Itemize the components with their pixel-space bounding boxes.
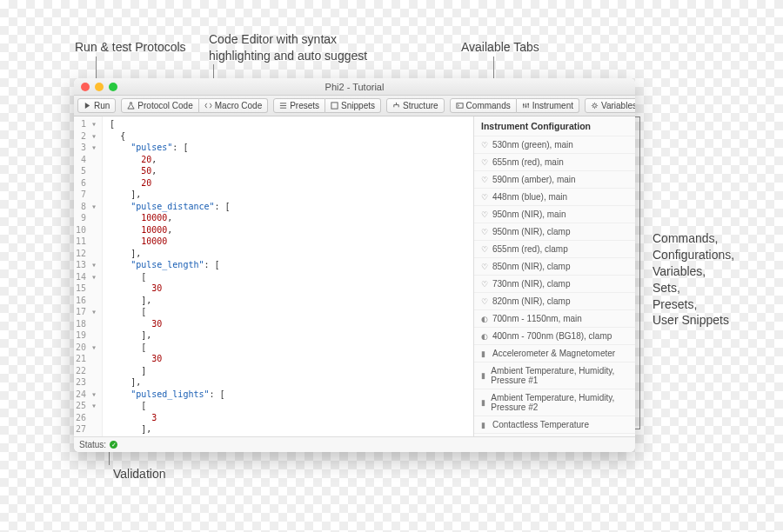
- aperture-icon: ◐: [481, 333, 488, 340]
- protocol-code-label: Protocol Code: [137, 101, 192, 110]
- annotation-run: Run & test Protocols: [75, 39, 186, 56]
- macro-code-label: Macro Code: [215, 101, 262, 110]
- instrument-item[interactable]: ♡730nm (NIR), clamp: [474, 275, 635, 292]
- status-bar: Status: ✓: [74, 436, 635, 452]
- bulb-icon: ♡: [481, 176, 488, 183]
- snippets-tab[interactable]: Snippets: [325, 98, 381, 113]
- instrument-item[interactable]: ♡820nm (NIR), clamp: [474, 292, 635, 309]
- instrument-item[interactable]: ◐700nm - 1150nm, main: [474, 309, 635, 327]
- instrument-item[interactable]: ♡950nm (NIR), clamp: [474, 223, 635, 240]
- bulb-icon: ♡: [481, 281, 488, 288]
- instrument-item-label: 590nm (amber), main: [492, 175, 576, 184]
- instrument-item-label: Ambient Temperature, Humidity, Pressure …: [491, 393, 628, 412]
- code-body[interactable]: [ { "pulses": [ 20, 50, 20 ], "pulse_dis…: [103, 116, 283, 436]
- instrument-item-label: 530nm (green), main: [492, 140, 573, 150]
- app-window: Phi2 - Tutorial Run Protocol Code Macro …: [74, 78, 635, 452]
- instrument-panel-header: Instrument Configuration: [474, 116, 635, 136]
- code-icon: [204, 102, 212, 110]
- bulb-icon: ♡: [481, 246, 488, 253]
- instrument-item[interactable]: ▮Ambient Temperature, Humidity, Pressure…: [474, 389, 635, 416]
- instrument-item-label: Contactless Temperature: [492, 420, 589, 429]
- snippets-label: Snippets: [341, 101, 375, 110]
- flask-icon: [127, 102, 135, 110]
- structure-label: Structure: [403, 101, 438, 110]
- status-ok-icon: ✓: [110, 441, 117, 449]
- bulb-icon: ♡: [481, 298, 488, 305]
- terminal-icon: [456, 102, 464, 110]
- instrument-item-label: 400nm - 700nm (BG18), clamp: [492, 331, 612, 341]
- presets-label: Presets: [290, 101, 319, 110]
- bulb-icon: ♡: [481, 159, 488, 166]
- instrument-item-label: Accelerometer & Magnetometer: [492, 349, 615, 358]
- instrument-item[interactable]: ▮Accelerometer & Magnetometer: [474, 344, 635, 362]
- bulb-icon: ♡: [481, 142, 488, 149]
- instrument-item[interactable]: ◐400nm - 700nm (BG18), clamp: [474, 327, 635, 344]
- instrument-item-label: 950nm (NIR), main: [492, 209, 566, 219]
- instrument-panel: Instrument Configuration ♡530nm (green),…: [473, 116, 635, 436]
- sensor-icon: ▮: [481, 422, 488, 429]
- aperture-icon: ◐: [481, 316, 488, 323]
- variables-label: Variables: [601, 101, 635, 110]
- svg-point-2: [523, 104, 525, 106]
- line-gutter: 1 ▾ 2 ▾ 3 ▾ 4 5 6 7 8 ▾ 9 10 11 12 13 ▾ …: [74, 116, 103, 436]
- instrument-item-label: 820nm (NIR), clamp: [492, 296, 570, 306]
- instrument-item-label: 655nm (red), clamp: [492, 244, 568, 254]
- instrument-item[interactable]: ▮Contactless Temperature: [474, 416, 635, 433]
- structure-tab[interactable]: Structure: [386, 98, 445, 113]
- commands-tab[interactable]: Commands: [450, 98, 517, 113]
- annotation-editor: Code Editor with syntax highlighting and…: [209, 31, 367, 64]
- snippet-icon: [331, 102, 338, 110]
- status-label: Status:: [79, 440, 106, 449]
- protocol-code-tab[interactable]: Protocol Code: [121, 98, 198, 113]
- bulb-icon: ♡: [481, 263, 488, 270]
- code-editor[interactable]: 1 ▾ 2 ▾ 3 ▾ 4 5 6 7 8 ▾ 9 10 11 12 13 ▾ …: [74, 116, 473, 436]
- instrument-item[interactable]: ♡950nm (NIR), main: [474, 205, 635, 223]
- instrument-item-label: Ambient Temperature, Humidity, Pressure …: [491, 366, 628, 385]
- svg-point-4: [527, 103, 529, 105]
- instrument-item-label: 850nm (NIR), clamp: [492, 262, 570, 271]
- sliders-icon: [522, 102, 530, 110]
- sensor-icon: ▮: [481, 372, 486, 379]
- svg-point-5: [593, 104, 597, 108]
- bulb-icon: ♡: [481, 211, 488, 218]
- instrument-label: Instrument: [532, 101, 573, 110]
- commands-label: Commands: [466, 101, 511, 110]
- window-title: Phi2 - Tutorial: [74, 82, 635, 92]
- bulb-icon: ♡: [481, 194, 488, 201]
- macro-code-tab[interactable]: Macro Code: [199, 98, 268, 113]
- instrument-item-label: 655nm (red), main: [492, 157, 564, 167]
- instrument-item-label: 950nm (NIR), clamp: [492, 227, 570, 236]
- instrument-item[interactable]: ♡655nm (red), clamp: [474, 240, 635, 257]
- svg-rect-0: [331, 103, 338, 109]
- play-icon: [84, 102, 91, 110]
- instrument-item[interactable]: ▮Ambient Temperature, Humidity, Pressure…: [474, 362, 635, 389]
- content-area: 1 ▾ 2 ▾ 3 ▾ 4 5 6 7 8 ▾ 9 10 11 12 13 ▾ …: [74, 116, 635, 436]
- run-button[interactable]: Run: [77, 98, 116, 113]
- instrument-item-label: 730nm (NIR), clamp: [492, 279, 570, 289]
- annotation-tabs: Available Tabs: [461, 39, 539, 56]
- instrument-tab[interactable]: Instrument: [517, 98, 579, 113]
- gear-icon: [591, 102, 599, 110]
- instrument-item-label: 448nm (blue), main: [492, 192, 567, 202]
- list-icon: [279, 102, 287, 110]
- tree-icon: [392, 102, 400, 110]
- annotation-validation: Validation: [113, 466, 165, 482]
- bulb-icon: ♡: [481, 229, 488, 236]
- annotation-side: Commands, Configurations, Variables, Set…: [652, 230, 734, 329]
- instrument-item[interactable]: ♡850nm (NIR), clamp: [474, 257, 635, 275]
- instrument-item[interactable]: ♡448nm (blue), main: [474, 188, 635, 205]
- titlebar: Phi2 - Tutorial: [74, 78, 635, 96]
- instrument-item[interactable]: ♡655nm (red), main: [474, 153, 635, 170]
- sensor-icon: ▮: [481, 399, 486, 406]
- instrument-item-label: 700nm - 1150nm, main: [492, 314, 582, 323]
- svg-rect-1: [457, 103, 463, 108]
- sensor-icon: ▮: [481, 350, 488, 357]
- presets-tab[interactable]: Presets: [273, 98, 325, 113]
- toolbar: Run Protocol Code Macro Code Presets Sni…: [74, 96, 635, 116]
- run-label: Run: [94, 101, 110, 110]
- instrument-item[interactable]: ♡590nm (amber), main: [474, 170, 635, 188]
- svg-point-3: [525, 106, 526, 108]
- instrument-item[interactable]: ♡530nm (green), main: [474, 136, 635, 153]
- variables-tab[interactable]: Variables: [585, 98, 635, 113]
